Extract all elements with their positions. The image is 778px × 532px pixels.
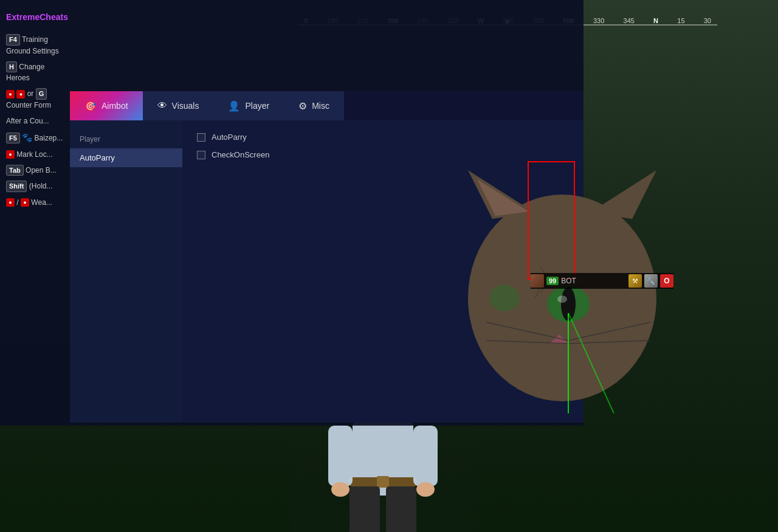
detection-box [528,161,575,280]
nav-section-player: Player [70,130,182,148]
svg-rect-18 [328,426,353,486]
tab-aimbot-label: Aimbot [102,101,128,111]
sidebar-item-training: F4 Training Ground Settings [6,34,64,57]
tab-visuals-label: Visuals [172,101,199,111]
key-shift: Shift [6,181,27,192]
compass-mark-330: 330 [593,17,604,24]
hud-icon-1: ⚒ [628,274,642,288]
open-b-label: Open B... [26,166,57,174]
sidebar-item-tab: Tab Open B... [6,165,64,176]
tab-player-label: Player [245,101,269,111]
icon-weapon-1: ● [6,198,15,207]
visuals-icon: 👁 [157,100,167,111]
bot-level: 99 [546,277,559,285]
compass-mark-30: 30 [704,17,711,24]
key-g: G [36,88,47,100]
mark-loc-label: Mark Loc... [16,150,52,159]
key-f5: F5 [6,133,20,144]
key-tab: Tab [6,165,24,176]
key-f4: F4 [6,34,20,46]
icon-red-1: ● [6,90,15,98]
sidebar-item-shift: Shift (Hold... [6,181,64,192]
compass-mark-15: 15 [677,17,684,24]
nav-item-autoparry[interactable]: AutoParry [70,148,182,167]
bot-avatar [531,274,544,288]
content-nav: Player AutoParry [70,120,182,423]
tab-player[interactable]: 👤 Player [213,91,284,120]
autoparry-label: AutoParry [212,133,247,142]
sidebar-item-after: After a Cou... [6,116,64,126]
hold-label: (Hold... [29,182,53,190]
checkonscreen-label: CheckOnScreen [212,150,269,159]
tab-aimbot[interactable]: 🎯 Aimbot [70,91,143,120]
bot-hud: 99 BOT ⚒ 🔧 O [531,273,673,289]
sidebar-item-mark: ● Mark Loc... [6,149,64,160]
compass-mark-n: N [653,17,658,24]
bot-name: BOT [561,277,626,285]
svg-point-20 [331,482,349,497]
sidebar-item-f5: F5 🐾 Baizep... [6,131,64,144]
player-icon: 👤 [228,100,240,112]
icon-red-2: ● [16,90,25,98]
nav-autoparry-label: AutoParry [80,153,115,162]
counter-form-label: Counter Form [6,101,51,109]
compass-mark-345: 345 [624,17,635,24]
app-title: ExtremeCheats [6,12,64,22]
baize-label: Baizep... [35,134,63,142]
tab-misc-label: Misc [312,101,329,111]
sidebar: ExtremeCheats F4 Training Ground Setting… [0,0,70,225]
svg-point-21 [416,482,435,497]
tab-misc[interactable]: ⚙ Misc [284,91,344,120]
svg-point-6 [557,295,567,303]
weapon-label: Wea... [31,198,52,207]
tab-visuals[interactable]: 👁 Visuals [143,91,214,120]
after-cou-label: After a Cou... [6,117,49,125]
svg-rect-22 [349,486,380,532]
aimbot-icon: 🎯 [84,100,97,112]
svg-rect-17 [377,476,389,488]
checkbox-autoparry-row: AutoParry [197,133,569,142]
svg-rect-19 [413,426,438,486]
sidebar-item-counter: ● ● or G Counter Form [6,88,64,111]
key-h: H [6,61,17,73]
checkbox-autoparry[interactable] [197,133,205,142]
checkbox-checkonscreen[interactable] [197,151,205,159]
star-icon: 🐾 [22,131,32,144]
svg-point-7 [489,285,520,311]
misc-icon: ⚙ [298,100,307,112]
tab-bar: 🎯 Aimbot 👁 Visuals 👤 Player ⚙ Misc [70,91,584,120]
icon-mark: ● [6,150,15,159]
icon-weapon-2: ● [21,198,29,207]
svg-marker-2 [590,170,656,219]
sidebar-item-heroes: H Change Heroes [6,61,64,84]
hud-icon-2: 🔧 [644,274,658,288]
sidebar-item-weapon: ● / ● Wea... [6,197,64,208]
svg-rect-23 [386,486,416,532]
player-area [292,410,474,532]
hud-icon-3: O [660,274,673,288]
